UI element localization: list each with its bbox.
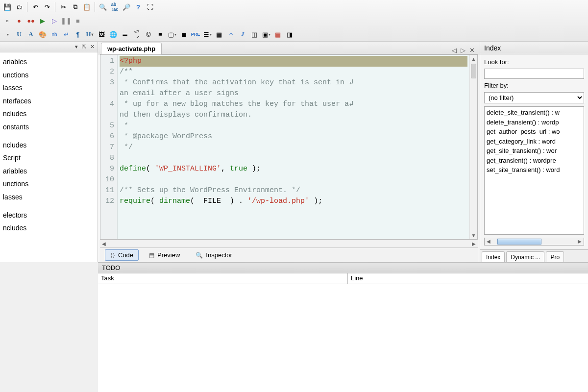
tab-index[interactable]: Index <box>482 251 505 262</box>
scroll-up-icon[interactable]: ▲ <box>470 55 477 63</box>
tree-item[interactable]: electors <box>2 209 94 222</box>
paragraph-icon[interactable]: ¶ <box>73 29 83 40</box>
code-line[interactable]: * <box>120 121 467 131</box>
tab-close-icon[interactable]: ✕ <box>467 47 477 54</box>
code-line[interactable]: /** <box>120 67 467 77</box>
link-icon[interactable]: 🌐 <box>108 29 119 40</box>
hr-icon[interactable]: ═ <box>120 29 130 40</box>
tree-item[interactable]: Script <box>2 151 94 165</box>
todo-col-task[interactable]: Task <box>98 273 348 284</box>
br-icon[interactable]: ↵ <box>61 29 72 40</box>
tree-item[interactable]: unctions <box>2 69 94 82</box>
breakpoints-icon[interactable]: ●● <box>25 15 36 26</box>
code-line[interactable]: define( 'WP_INSTALLING', true ); <box>120 164 467 174</box>
scroll-left-icon[interactable]: ◀ <box>100 241 108 246</box>
scroll-thumb[interactable] <box>471 64 476 78</box>
underline-icon[interactable]: U <box>14 29 24 40</box>
tab-next-icon[interactable]: ▷ <box>459 47 467 54</box>
div-icon[interactable]: ▢ <box>167 29 177 40</box>
script-icon[interactable]: J <box>237 29 248 40</box>
function-list[interactable]: delete_site_transient() : wdelete_transi… <box>484 106 584 235</box>
layout-icon[interactable]: ◨ <box>284 29 295 40</box>
vertical-scrollbar[interactable]: ▲ ▼ <box>469 55 477 239</box>
editor-tab[interactable]: wp-activate.php <box>101 43 162 54</box>
function-list-item[interactable]: delete_site_transient() : w <box>486 108 583 118</box>
help-icon[interactable]: ? <box>133 1 144 12</box>
tree-item[interactable]: nterfaces <box>2 95 94 108</box>
panel-menu-icon[interactable]: ▾ <box>74 44 79 50</box>
copy-icon[interactable]: ⧉ <box>70 1 80 12</box>
list-icon[interactable]: ☰ <box>202 29 213 40</box>
tab-prev-icon[interactable]: ◁ <box>450 47 459 54</box>
copyright-icon[interactable]: © <box>143 29 154 40</box>
function-list-item[interactable]: get_author_posts_url : wo <box>486 127 583 137</box>
style-dropdown[interactable] <box>2 29 13 40</box>
code-line[interactable] <box>120 153 467 164</box>
code-line[interactable]: an email after a user signs <box>120 88 467 99</box>
scroll-left-icon[interactable]: ◀ <box>485 239 492 244</box>
filter-select[interactable]: (no filter) <box>484 92 584 103</box>
image-icon[interactable]: 🖼 <box>96 29 107 40</box>
tree-item[interactable]: ariables <box>2 55 94 69</box>
run-icon[interactable]: ▶ <box>37 15 48 26</box>
fullscreen-icon[interactable]: ⛶ <box>145 1 155 12</box>
close-icon[interactable]: ✕ <box>89 44 96 50</box>
find-icon[interactable]: 🔍 <box>98 1 108 12</box>
tree-item[interactable]: ariables <box>2 165 94 178</box>
code-line[interactable]: */ <box>120 142 467 153</box>
redo-icon[interactable]: ↷ <box>42 1 52 12</box>
pin-icon[interactable]: ⇱ <box>81 44 87 50</box>
run-to-icon[interactable]: ▷ <box>49 15 60 26</box>
code-line[interactable] <box>120 174 467 185</box>
align2-icon[interactable]: ≣ <box>178 29 189 40</box>
scroll-right-icon[interactable]: ▶ <box>470 241 478 246</box>
code-line[interactable]: <?php <box>120 56 467 67</box>
function-list-item[interactable]: get_category_link : word <box>486 137 583 147</box>
index-hscrollbar[interactable]: ◀ ▶ <box>484 238 584 245</box>
validate-icon[interactable]: ▤ <box>272 29 283 40</box>
font-icon[interactable]: A <box>25 29 36 40</box>
align-icon[interactable]: ≡ <box>155 29 166 40</box>
replace-icon[interactable]: ab↕ac <box>109 1 120 12</box>
horizontal-scrollbar[interactable]: ◀ ▶ <box>100 240 478 247</box>
tree-item[interactable]: ncludes <box>2 221 94 235</box>
color-icon[interactable]: 🎨 <box>37 29 48 40</box>
tree-item[interactable]: ncludes <box>2 139 94 152</box>
function-list-item[interactable]: set_site_transient() : word <box>486 165 583 175</box>
view-tab-code[interactable]: ⟨⟩ Code <box>105 249 139 261</box>
code-line[interactable]: * up for a new blog matches the key for … <box>120 99 467 110</box>
function-list-item[interactable]: delete_transient() : wordp <box>486 118 583 127</box>
scroll-down-icon[interactable]: ▼ <box>470 231 477 239</box>
stop-icon[interactable]: ■ <box>73 15 83 26</box>
editor[interactable]: 123456789101112 <?php/** * Confirms that… <box>100 54 478 240</box>
tree-item[interactable]: lasses <box>2 81 94 95</box>
hscroll-track[interactable] <box>492 239 576 245</box>
code-line[interactable]: /** Sets up the WordPress Environment. *… <box>120 185 467 196</box>
nbsp-icon[interactable]: nb <box>49 29 60 40</box>
special-char-icon[interactable]: <?..> <box>131 29 142 40</box>
breakpoint-icon[interactable]: ● <box>14 15 24 26</box>
frame-icon[interactable]: ◫ <box>249 29 260 40</box>
hscroll-track[interactable] <box>108 241 470 247</box>
undo-icon[interactable]: ↶ <box>30 1 41 12</box>
pause-icon[interactable]: ❚❚ <box>61 15 72 26</box>
lookfor-input[interactable] <box>484 69 584 79</box>
view-tab-preview[interactable]: ▤ Preview <box>144 249 185 261</box>
code-line[interactable]: nd then displays confirmation. <box>120 110 467 121</box>
table-icon[interactable]: ▦ <box>214 29 224 40</box>
view-tab-inspector[interactable]: 🔍 Inspector <box>190 249 237 261</box>
tab-pro[interactable]: Pro <box>546 251 564 262</box>
object-icon[interactable]: ▣ <box>261 29 271 40</box>
tab-dynamic[interactable]: Dynamic ... <box>506 251 544 262</box>
scroll-right-icon[interactable]: ▶ <box>576 239 584 244</box>
code-line[interactable]: * Confirms that the activation key that … <box>120 77 467 88</box>
find-in-files-icon[interactable]: 🔎 <box>121 1 132 12</box>
tree-item[interactable]: onstants <box>2 121 94 134</box>
function-list-item[interactable]: get_transient() : wordpre <box>486 156 583 166</box>
tree-item[interactable]: ncludes <box>2 107 94 121</box>
cut-icon[interactable]: ✂ <box>58 1 69 12</box>
form-icon[interactable]: 𝄐 <box>225 29 236 40</box>
todo-col-line[interactable]: Line <box>348 273 588 284</box>
code-area[interactable]: <?php/** * Confirms that the activation … <box>118 55 469 239</box>
paste-icon[interactable]: 📋 <box>81 1 92 12</box>
